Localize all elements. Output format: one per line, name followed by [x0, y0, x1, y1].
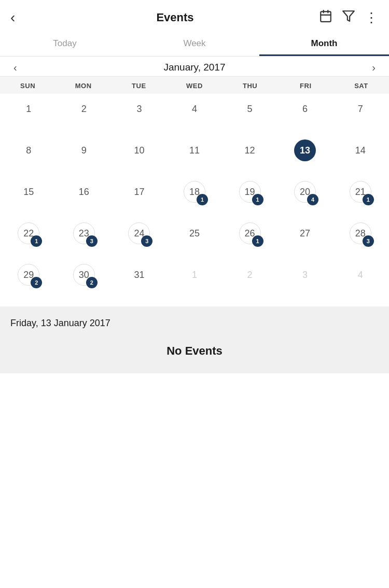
calendar-cell[interactable]: 2	[222, 260, 277, 301]
event-badge: 1	[252, 194, 263, 205]
calendar-cell[interactable]: 3	[277, 260, 333, 301]
calendar-cell[interactable]: 16	[57, 177, 112, 218]
month-title: January, 2017	[163, 62, 225, 73]
calendar-cell[interactable]: 11	[167, 135, 223, 177]
day-header-sat: SAT	[334, 82, 389, 90]
event-badge: 4	[307, 194, 318, 205]
calendar-cell[interactable]: 10	[112, 135, 167, 177]
day-header-tue: TUE	[111, 82, 166, 90]
day-number: 6	[294, 98, 316, 120]
day-number: 14	[350, 139, 371, 161]
day-number: 4	[184, 98, 205, 120]
next-month-button[interactable]: ›	[364, 60, 384, 76]
calendar-cell[interactable]: 302	[57, 260, 112, 301]
day-number: 31	[128, 264, 150, 286]
calendar-cell[interactable]: 181	[167, 177, 223, 218]
tab-month[interactable]: Month	[259, 31, 389, 56]
event-badge: 1	[31, 235, 42, 247]
day-number: 3	[294, 264, 316, 286]
day-number: 2	[73, 98, 95, 120]
day-header-wed: WED	[166, 82, 222, 90]
selected-date: Friday, 13 January 2017	[10, 318, 379, 329]
day-number: 11	[184, 139, 205, 161]
day-number: 283	[350, 222, 371, 244]
day-number: 243	[128, 222, 150, 244]
calendar-cell[interactable]: 5	[222, 94, 277, 135]
calendar-cell[interactable]: 17	[112, 177, 167, 218]
day-number: 5	[239, 98, 261, 120]
page-title: Events	[156, 11, 193, 24]
calendar-cell[interactable]: 1	[1, 94, 57, 135]
calendar-cell[interactable]: 4	[167, 94, 223, 135]
day-number: 233	[73, 222, 95, 244]
calendar-cell[interactable]: 292	[1, 260, 57, 301]
event-badge: 1	[197, 194, 208, 205]
day-number: 221	[18, 222, 39, 244]
more-icon[interactable]: ⋮	[365, 10, 379, 26]
day-number: 15	[18, 181, 39, 203]
svg-rect-0	[321, 11, 331, 22]
month-nav: ‹ January, 2017 ›	[0, 57, 389, 77]
calendar-cell[interactable]: 1	[167, 260, 223, 301]
prev-month-button[interactable]: ‹	[5, 60, 25, 76]
day-number: 261	[239, 222, 261, 244]
day-header-sun: SUN	[0, 82, 55, 90]
calendar-cell[interactable]: 8	[1, 135, 57, 177]
tab-week[interactable]: Week	[130, 31, 259, 56]
filter-icon[interactable]	[342, 9, 355, 26]
event-badge: 2	[86, 277, 98, 288]
event-badge: 1	[252, 235, 263, 247]
calendar-cell[interactable]: 14	[332, 135, 388, 177]
day-header-fri: FRI	[278, 82, 334, 90]
calendar-cell[interactable]: 204	[277, 177, 333, 218]
day-number: 4	[350, 264, 371, 286]
event-badge: 2	[31, 277, 42, 288]
day-number: 8	[18, 139, 39, 161]
day-number: 13	[294, 139, 316, 161]
calendar-cell[interactable]: 3	[112, 94, 167, 135]
day-number: 9	[73, 139, 95, 161]
day-number: 181	[184, 181, 205, 203]
event-badge: 1	[363, 194, 374, 205]
calendar-cell[interactable]: 261	[222, 218, 277, 260]
calendar-cell[interactable]: 211	[332, 177, 388, 218]
calendar-grid: 1234567891011121314151617181191204211221…	[0, 94, 389, 301]
day-number: 17	[128, 181, 150, 203]
calendar-cell[interactable]: 13	[277, 135, 333, 177]
day-number: 292	[18, 264, 39, 286]
header: ‹ Events ⋮	[0, 0, 389, 31]
day-number: 10	[128, 139, 150, 161]
day-number: 204	[294, 181, 316, 203]
event-badge: 3	[86, 235, 98, 247]
day-number: 12	[239, 139, 261, 161]
day-number: 25	[184, 222, 205, 244]
calendar-cell[interactable]: 2	[57, 94, 112, 135]
header-icons: ⋮	[319, 9, 379, 26]
calendar-cell[interactable]: 7	[332, 94, 388, 135]
day-header-mon: MON	[55, 82, 111, 90]
calendar-cell[interactable]: 9	[57, 135, 112, 177]
day-number: 1	[184, 264, 205, 286]
calendar-cell[interactable]: 221	[1, 218, 57, 260]
tab-today[interactable]: Today	[0, 31, 130, 56]
day-number: 2	[239, 264, 261, 286]
calendar-cell[interactable]: 25	[167, 218, 223, 260]
day-number: 7	[350, 98, 371, 120]
day-number: 191	[239, 181, 261, 203]
calendar-cell[interactable]: 12	[222, 135, 277, 177]
tabs-bar: Today Week Month	[0, 31, 389, 57]
day-number: 302	[73, 264, 95, 286]
calendar-cell[interactable]: 4	[332, 260, 388, 301]
back-button[interactable]: ‹	[10, 9, 31, 26]
calendar-cell[interactable]: 15	[1, 177, 57, 218]
calendar-cell[interactable]: 6	[277, 94, 333, 135]
day-number: 27	[294, 222, 316, 244]
calendar-cell[interactable]: 243	[112, 218, 167, 260]
calendar-icon[interactable]	[319, 9, 332, 26]
bottom-panel: Friday, 13 January 2017 No Events	[0, 306, 389, 373]
calendar-cell[interactable]: 191	[222, 177, 277, 218]
calendar-cell[interactable]: 283	[332, 218, 388, 260]
calendar-cell[interactable]: 233	[57, 218, 112, 260]
calendar-cell[interactable]: 27	[277, 218, 333, 260]
calendar-cell[interactable]: 31	[112, 260, 167, 301]
